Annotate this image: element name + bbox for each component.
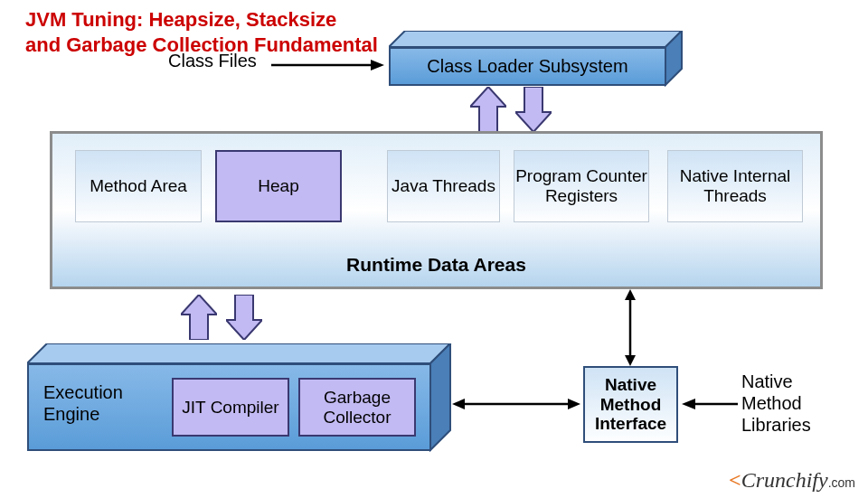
arrow-classfiles-to-loader bbox=[271, 60, 384, 70]
arrow-rda-nmi bbox=[625, 289, 636, 366]
rda-title: Runtime Data Areas bbox=[52, 254, 820, 276]
arrow-exec-nmi bbox=[452, 399, 580, 409]
title-line-1: JVM Tuning: Heapsize, Stacksize bbox=[25, 8, 336, 31]
method-area-label: Method Area bbox=[90, 176, 187, 196]
svg-marker-9 bbox=[625, 289, 636, 300]
diagram-title: JVM Tuning: Heapsize, Stacksize and Garb… bbox=[25, 7, 378, 57]
heap-label: Heap bbox=[258, 176, 298, 196]
pc-registers-label: Program Counter Registers bbox=[514, 166, 648, 206]
svg-marker-4 bbox=[470, 87, 506, 132]
native-threads-box: Native Internal Threads bbox=[667, 150, 803, 222]
logo-suffix: .com bbox=[828, 475, 855, 490]
fat-arrow-up-loader bbox=[470, 87, 506, 132]
logo-brand: Crunchify bbox=[741, 468, 828, 492]
class-loader-label: Class Loader Subsystem bbox=[427, 56, 627, 77]
native-threads-label: Native Internal Threads bbox=[668, 166, 802, 206]
fat-arrow-down-exec bbox=[226, 295, 262, 340]
garbage-collector-box: Garbage Collector bbox=[298, 378, 416, 437]
native-method-interface-box: Native Method Interface bbox=[583, 366, 678, 443]
java-threads-label: Java Threads bbox=[392, 176, 495, 196]
fat-arrow-up-exec bbox=[181, 295, 217, 340]
svg-marker-1 bbox=[371, 60, 384, 70]
svg-marker-2 bbox=[389, 31, 682, 47]
svg-marker-14 bbox=[452, 399, 465, 409]
arrow-nml-nmi bbox=[682, 399, 738, 409]
svg-marker-15 bbox=[568, 399, 580, 409]
heap-box: Heap bbox=[215, 150, 342, 222]
runtime-data-areas: Method Area Heap Java Threads Program Co… bbox=[50, 131, 823, 289]
svg-marker-6 bbox=[181, 295, 217, 340]
jit-compiler-box: JIT Compiler bbox=[172, 378, 289, 437]
crunchify-logo: <Crunchify.com bbox=[729, 468, 855, 493]
native-method-interface-label: Native Method Interface bbox=[585, 375, 676, 435]
fat-arrow-down-loader bbox=[515, 87, 552, 132]
svg-marker-7 bbox=[226, 295, 262, 340]
exec-engine-label: Execution Engine bbox=[43, 381, 152, 425]
svg-marker-11 bbox=[27, 343, 450, 363]
svg-marker-5 bbox=[515, 87, 552, 132]
class-files-label: Class Files bbox=[168, 51, 257, 71]
java-threads-box: Java Threads bbox=[387, 150, 500, 222]
svg-marker-17 bbox=[682, 399, 695, 409]
jit-compiler-label: JIT Compiler bbox=[182, 398, 278, 418]
pc-registers-box: Program Counter Registers bbox=[514, 150, 649, 222]
logo-chevron-icon: < bbox=[729, 468, 738, 492]
garbage-collector-label: Garbage Collector bbox=[300, 388, 414, 428]
method-area-box: Method Area bbox=[75, 150, 202, 222]
svg-marker-10 bbox=[625, 355, 636, 366]
native-method-libraries-label: Native Method Libraries bbox=[741, 371, 850, 436]
svg-marker-12 bbox=[430, 343, 450, 450]
